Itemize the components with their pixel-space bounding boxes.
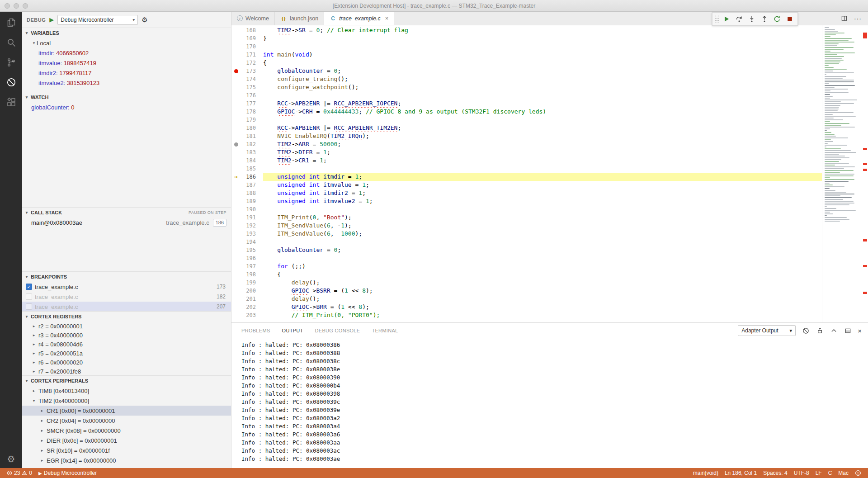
clear-output-icon[interactable] <box>802 327 810 335</box>
cortex-peripherals-section-header[interactable]: ▾ CORTEX PERIPHERALS <box>22 376 231 386</box>
tab-welcome[interactable]: iWelcome <box>231 12 275 25</box>
variables-section-header[interactable]: ▾ VARIABLES <box>22 28 231 38</box>
breakpoint-gutter[interactable] <box>231 124 241 132</box>
panel-tab-output[interactable]: OUTPUT <box>282 323 303 338</box>
overview-ruler[interactable] <box>862 25 868 322</box>
code-line[interactable]: 183 TIM2->DIER = 1; <box>231 148 822 156</box>
register-row[interactable]: ▸r4 = 0x080004d6 <box>22 340 231 349</box>
breakpoint-gutter[interactable] <box>231 197 241 205</box>
code-line[interactable]: 200 GPIOC->BSRR = (1 << 8); <box>231 287 822 295</box>
close-panel-icon[interactable]: × <box>858 327 862 335</box>
code-line[interactable]: 170 <box>231 43 822 51</box>
register-row[interactable]: ▸r3 = 0x40000000 <box>22 331 231 340</box>
continue-button[interactable] <box>721 14 732 24</box>
breakpoint-row[interactable]: trace_example.c207 <box>22 302 231 311</box>
breakpoint-gutter[interactable] <box>231 287 241 295</box>
os-status[interactable]: Mac <box>835 470 852 476</box>
breakpoint-gutter[interactable] <box>231 279 241 287</box>
code-line[interactable]: 175 configure_watchpoint(); <box>231 83 822 91</box>
output-log[interactable]: Info : halted: PC: 0x08000386Info : halt… <box>231 338 868 468</box>
code-viewport[interactable]: 167168 TIM2->SR = 0; // Clear interrupt … <box>231 25 822 322</box>
debug-icon[interactable] <box>0 72 22 92</box>
code-line[interactable]: 199 delay(); <box>231 279 822 287</box>
variable-row[interactable]: itmvalue: 1898457419 <box>22 58 231 68</box>
search-icon[interactable] <box>0 33 22 52</box>
cursor-position-status[interactable]: Ln 186, Col 1 <box>722 470 760 476</box>
peripheral-row[interactable]: ▸SR [0x10] = 0x0000001f <box>22 445 231 455</box>
maximize-panel-icon[interactable] <box>830 327 838 335</box>
register-row[interactable]: ▸r5 = 0x2000051a <box>22 349 231 358</box>
variable-row[interactable]: itmdir: 4066950602 <box>22 48 231 58</box>
zoom-window-button[interactable] <box>23 3 28 9</box>
code-line[interactable]: 197 for (;;) <box>231 262 822 270</box>
breakpoint-gutter[interactable]: → <box>231 173 241 181</box>
breakpoint-gutter[interactable] <box>231 108 241 116</box>
split-editor-icon[interactable] <box>841 15 848 22</box>
feedback-smiley-icon[interactable] <box>852 470 864 476</box>
variable-row[interactable]: itmdir2: 1799478117 <box>22 68 231 78</box>
breakpoint-gutter[interactable] <box>231 43 241 51</box>
debug-status[interactable]: ▶ Debug Microcontroller <box>35 468 100 478</box>
code-line[interactable]: 190 <box>231 205 822 213</box>
breakpoint-gutter[interactable] <box>231 59 241 67</box>
breakpoint-row[interactable]: trace_example.c182 <box>22 292 231 302</box>
minimap[interactable] <box>822 25 862 322</box>
peripheral-row[interactable]: ▸EGR [0x14] = 0x00000000 <box>22 455 231 465</box>
code-line[interactable]: 182 TIM2->ARR = 50000; <box>231 140 822 148</box>
breakpoint-gutter[interactable] <box>231 165 241 173</box>
breakpoint-gutter[interactable] <box>231 34 241 43</box>
breakpoint-gutter[interactable] <box>231 222 241 230</box>
variable-row[interactable]: itmvalue2: 3815390123 <box>22 78 231 88</box>
restart-button[interactable] <box>771 14 783 24</box>
code-line[interactable]: 168 TIM2->SR = 0; // Clear interrupt fla… <box>231 26 822 34</box>
breakpoint-gutter[interactable] <box>231 156 241 165</box>
breakpoint-gutter[interactable] <box>231 230 241 238</box>
code-line[interactable]: 203 // ITM_Print(0, "PORT0"); <box>231 311 822 319</box>
step-out-button[interactable] <box>759 14 770 24</box>
code-line[interactable]: 192 ITM_SendValue(6, -1); <box>231 222 822 230</box>
variables-scope-row[interactable]: ▾ Local <box>22 38 231 48</box>
minimize-window-button[interactable] <box>14 3 19 9</box>
explorer-icon[interactable] <box>0 13 22 33</box>
watch-row[interactable]: globalCounter: 0 <box>22 102 231 112</box>
breakpoint-gutter[interactable] <box>231 116 241 124</box>
code-line[interactable]: 184 TIM2->CR1 = 1; <box>231 156 822 165</box>
code-line[interactable]: 191 ITM_Print(0, "Boot"); <box>231 213 822 222</box>
code-line[interactable]: 181 NVIC_EnableIRQ(TIM2_IRQn); <box>231 132 822 140</box>
breakpoint-gutter[interactable] <box>231 148 241 156</box>
breakpoint-gutter[interactable] <box>231 254 241 262</box>
code-line[interactable]: 185 <box>231 165 822 173</box>
code-line[interactable]: 173 globalCounter = 0; <box>231 67 822 75</box>
breakpoint-gutter[interactable] <box>231 213 241 222</box>
eol-status[interactable]: LF <box>812 470 825 476</box>
code-line[interactable]: 189 unsigned int itmvalue2 = 1; <box>231 197 822 205</box>
more-actions-icon[interactable]: ··· <box>854 15 862 22</box>
breakpoint-row[interactable]: ✓trace_example.c173 <box>22 282 231 292</box>
breakpoint-gutter[interactable] <box>231 311 241 319</box>
code-line[interactable]: 174 configure_tracing(); <box>231 75 822 83</box>
code-line[interactable]: 195 globalCounter = 0; <box>231 246 822 254</box>
code-line[interactable]: 198 { <box>231 270 822 279</box>
toolbar-drag-handle[interactable] <box>715 15 719 23</box>
code-line[interactable]: 180 RCC->APB1ENR |= RCC_APB1ENR_TIM2EN; <box>231 124 822 132</box>
register-row[interactable]: ▸r7 = 0x20001fe8 <box>22 367 231 375</box>
current-function-status[interactable]: main(void) <box>690 470 722 476</box>
panel-layout-icon[interactable] <box>844 327 852 335</box>
code-line[interactable]: 177 RCC->APB2ENR |= RCC_APB2ENR_IOPCEN; <box>231 99 822 108</box>
code-line[interactable]: →186 unsigned int itmdir = 1; <box>231 173 822 181</box>
breakpoint-gutter[interactable] <box>231 26 241 34</box>
tab-trace-example-c[interactable]: Ctrace_example.c× <box>324 12 394 25</box>
step-into-button[interactable] <box>746 14 757 24</box>
breakpoint-gutter[interactable] <box>231 295 241 303</box>
code-line[interactable]: 194 <box>231 238 822 246</box>
code-line[interactable]: 188 unsigned int itmdir2 = 1; <box>231 189 822 197</box>
breakpoint-gutter[interactable] <box>231 181 241 189</box>
scroll-lock-icon[interactable] <box>816 327 824 335</box>
peripheral-row[interactable]: ▸CR2 [0x04] = 0x00000000 <box>22 416 231 426</box>
breakpoint-checkbox[interactable] <box>26 303 32 310</box>
register-row[interactable]: ▸r2 = 0x00000001 <box>22 322 231 331</box>
register-row[interactable]: ▸r6 = 0x00000020 <box>22 358 231 367</box>
peripheral-row[interactable]: ▸SMCR [0x08] = 0x00000000 <box>22 426 231 435</box>
stop-button[interactable] <box>784 14 795 24</box>
panel-tab-debug-console[interactable]: DEBUG CONSOLE <box>315 323 360 338</box>
